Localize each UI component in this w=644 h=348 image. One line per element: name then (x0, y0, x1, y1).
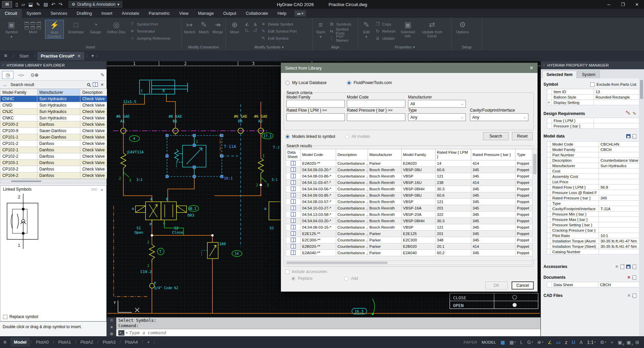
all-models-radio[interactable]: All models (345, 134, 370, 139)
update-from-excel-button[interactable]: ⇄ Update from Excel (420, 20, 444, 38)
property-row[interactable]: Cavity/Footprint/InterfaceT-11A (547, 206, 640, 211)
infer-constraints-icon[interactable]: L (520, 340, 523, 345)
terminator-button[interactable]: ✕ Terminator (130, 28, 170, 34)
table-row[interactable]: E2B020-**Counterbalance ...ParkerE2B0202… (286, 243, 532, 250)
search-button[interactable]: Search (483, 132, 509, 140)
back-icon[interactable]: ← (3, 82, 8, 87)
auto-connect-button[interactable]: ⚡ Auto Connect (45, 20, 64, 39)
group-label-modify-symbols[interactable]: Modify Symbols ▾ (226, 44, 312, 50)
table-row[interactable]: 04.54.09-03-85-*Counterbalance ...Bosch … (286, 192, 532, 199)
group-label-insert[interactable]: Insert (0, 44, 181, 50)
property-panel-scrollbar[interactable] (639, 78, 644, 336)
command-grip-icon[interactable]: ⠿ (110, 318, 113, 323)
menu-tab-parametric[interactable]: Parametric (144, 9, 174, 18)
symbol-button[interactable]: ▣ Symbol ▾ (2, 20, 21, 39)
isolate-objects-icon[interactable]: ▣1 (627, 340, 631, 345)
solenoid-info-button[interactable]: ▣ Solenoid Info (398, 20, 417, 38)
delete-accessory-icon[interactable]: ✕ (615, 264, 618, 269)
clear-requirements-icon[interactable]: ✎ (627, 111, 631, 116)
property-row[interactable]: Installation Torque (Steel)30-35 lb.ft./… (547, 244, 640, 249)
model-family-input[interactable] (286, 100, 345, 108)
tab-start[interactable]: Start (16, 52, 32, 60)
menu-tab-manage[interactable]: Manage (193, 9, 218, 18)
maximize-button[interactable]: ❐ (616, 0, 630, 9)
datasheet-icon[interactable] (291, 219, 296, 223)
save-accessories-icon[interactable] (626, 265, 631, 269)
table-row[interactable]: 04.54.11-03-47-*Counterbalance ...Bosch … (286, 180, 532, 186)
results-column-header[interactable]: Rated Pressure { bar } (471, 149, 516, 160)
property-row[interactable]: Part Number (547, 152, 640, 158)
save-as-icon[interactable]: ✎ (36, 2, 40, 7)
library-tab-gauge-icon[interactable]: ◷ (2, 71, 13, 79)
datasheet-icon[interactable] (291, 250, 296, 255)
orifice-disc-button[interactable]: ◎ Orifice Disc (106, 20, 127, 34)
close-tab-icon[interactable]: ✕ (77, 53, 81, 59)
property-row[interactable]: DescriptionCounterbalance Valve (547, 158, 640, 163)
redo-icon[interactable]: ↷ (58, 2, 63, 7)
grid-display-icon[interactable]: ▦ (500, 340, 505, 345)
datasheet-icon[interactable] (291, 212, 296, 217)
results-column-header[interactable]: Manufacturer (368, 149, 402, 160)
table-row[interactable]: 04.54.13-03-58-*Counterbalance ...Bosch … (286, 211, 532, 218)
table-row[interactable]: E2C300-**Counterbalance ...ParkerE2C3003… (286, 237, 532, 243)
property-row[interactable]: Pressure Min { bar } (547, 211, 640, 217)
group-label-properties[interactable]: Properties ▾ (358, 44, 451, 50)
align-symbol-ports-button[interactable]: ⇆ Symbol Ports (329, 28, 356, 34)
command-close-icon[interactable]: ✕ (110, 325, 113, 330)
layout-tab-model[interactable]: Model (10, 338, 30, 347)
property-row[interactable]: Rated Flow { LPM }56.8 (547, 185, 640, 190)
table-row[interactable]: 04.54.08-03-15-*Counterbalance ...Bosch … (286, 224, 532, 231)
cavity-select[interactable]: Any ⌄ (470, 113, 528, 121)
datasheet-icon[interactable] (291, 174, 296, 178)
property-row[interactable]: Model FamilyCBCH (547, 147, 640, 152)
delete-cad-file-icon[interactable]: ✕ (627, 293, 631, 298)
datasheet-icon[interactable] (291, 231, 296, 236)
new-drawing-button[interactable]: + (91, 52, 94, 59)
property-row[interactable]: Pressure Setting { bar } (547, 222, 640, 228)
table-row[interactable]: CNIDSun HydraulicsCheck Valve (0, 102, 107, 109)
jumping-reference-button[interactable]: ∩ Jumping Reference (130, 35, 170, 41)
table-row[interactable]: 04.54.08-03-57-*Counterbalance ...Bosch … (286, 199, 532, 205)
include-accessories-checkbox[interactable]: Include accessories (285, 269, 327, 274)
tab-system[interactable]: System (577, 71, 600, 78)
group-label-align[interactable]: Align (313, 44, 358, 50)
workspace-selector[interactable]: ⚙ Drafting & Annotation ▾ (69, 1, 122, 8)
datasheet-icon[interactable] (291, 238, 296, 242)
command-input[interactable] (129, 330, 538, 335)
results-horizontal-scrollbar[interactable] (286, 261, 532, 265)
layout-tab-plota3[interactable]: PlotA3 (99, 338, 119, 347)
library-panel-title[interactable]: ⠿ HYDRAW LIBRARY EXPLORER (0, 61, 107, 69)
add-accessory-icon[interactable] (620, 265, 624, 269)
table-row[interactable]: E2A040-**Counterbalance ...ParkerE2A0406… (286, 250, 532, 256)
property-row[interactable]: Model CodeCBCHLHN (547, 142, 640, 147)
table-row[interactable]: CP101-2DanfossCheck Valve (0, 141, 107, 147)
update-properties-button[interactable]: ⇊ Update (375, 35, 396, 41)
type-select[interactable]: Any ⌄ (408, 113, 466, 121)
property-row[interactable]: Item ID13 (547, 89, 640, 94)
property-row[interactable]: >Display Setting (547, 100, 640, 105)
manufacturer-select[interactable]: All ⌄ (408, 100, 466, 108)
menu-tab-services[interactable]: Services (46, 9, 72, 18)
library-tab-valve-icon[interactable]: -○- (15, 71, 27, 79)
options-button[interactable]: ⚙ Options (454, 20, 471, 34)
replace-radio[interactable]: Replace (291, 276, 313, 281)
print-icon[interactable]: ▤ (43, 2, 48, 7)
layout-menu-icon[interactable]: ≡ (3, 339, 6, 345)
menu-tab-annotate[interactable]: Annotate (117, 9, 144, 18)
menu-tab-insert[interactable]: Insert (97, 9, 117, 18)
menu-tab-output[interactable]: Output (218, 9, 241, 18)
envelope-button[interactable]: □ Envelope (67, 20, 85, 34)
property-row[interactable]: Rated Pressure { bar }345 (547, 195, 640, 201)
library-tab-pump-motor-icon[interactable]: ⊙⊕ (29, 71, 40, 79)
delete-symbol-button[interactable]: ✕ Delete Symbol (261, 21, 297, 27)
annotation-add-icon[interactable]: + (611, 340, 613, 345)
app-logo-icon[interactable]: H (2, 1, 12, 8)
model-space-toggle[interactable]: MODEL (482, 340, 496, 344)
align-symbols-button[interactable]: ⊞ Symbols (329, 21, 356, 27)
table-row[interactable]: CP101-1Sauer-DanfossCheck Valve (0, 134, 107, 141)
symbol-port-button[interactable]: ⊤ Symbol Port (130, 21, 170, 27)
property-row[interactable]: ManufacturerSun Hydraulics (547, 163, 640, 168)
results-column-header[interactable]: Description (336, 149, 368, 160)
model-code-input[interactable] (347, 100, 405, 108)
library-column-header[interactable]: Manufacturer (37, 89, 80, 96)
